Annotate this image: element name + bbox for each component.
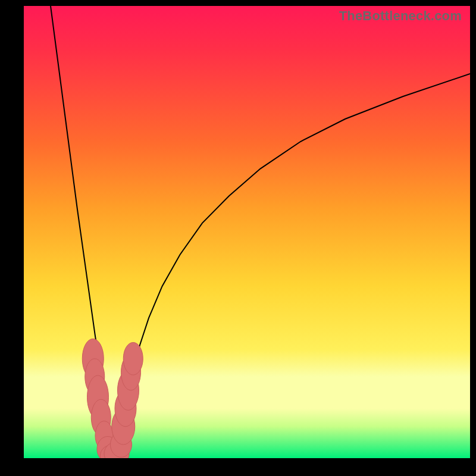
data-markers-group — [82, 339, 143, 458]
chart-frame: TheBottleneck.com — [0, 0, 476, 476]
curves-layer — [24, 6, 470, 458]
data-marker — [123, 342, 143, 375]
watermark-text: TheBottleneck.com — [339, 8, 462, 24]
plot-area: TheBottleneck.com — [24, 6, 470, 458]
right-branch-curve — [112, 74, 470, 458]
